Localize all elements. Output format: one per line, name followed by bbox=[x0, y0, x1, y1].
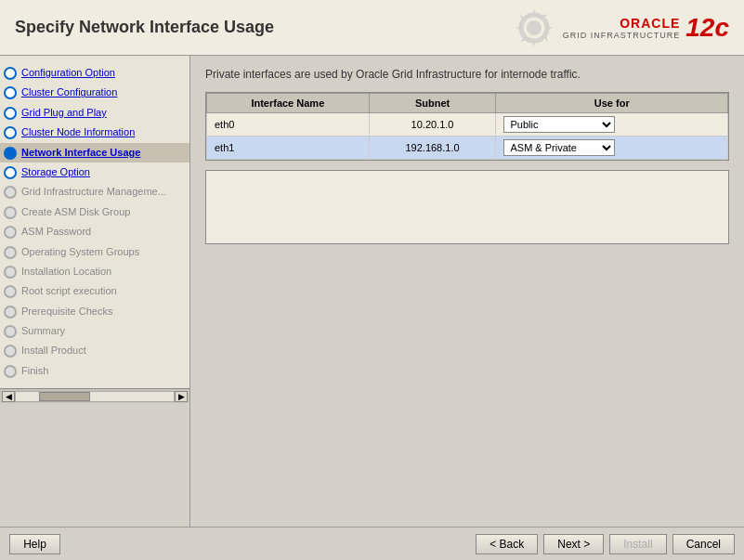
sidebar-bullet-cluster-node-info bbox=[4, 126, 17, 139]
subnet-cell: 10.20.1.0 bbox=[369, 112, 496, 136]
footer-left: Help bbox=[9, 534, 60, 554]
sidebar-label-install-product: Install Product bbox=[21, 344, 86, 358]
scroll-right-btn[interactable]: ▶ bbox=[175, 391, 188, 402]
sidebar-label-os-groups: Operating System Groups bbox=[21, 245, 139, 259]
sidebar-label-config-option: Configuration Option bbox=[21, 66, 115, 80]
sidebar-item-cluster-config[interactable]: Cluster Configuration bbox=[0, 83, 189, 102]
sidebar-item-os-groups: Operating System Groups bbox=[0, 242, 189, 262]
oracle-product: GRID INFRASTRUCTURE bbox=[563, 31, 681, 40]
next-button[interactable]: Next > bbox=[543, 534, 604, 554]
table-row[interactable]: eth1192.168.1.0PublicASM & PrivatePrivat… bbox=[207, 136, 728, 159]
sidebar-item-config-option[interactable]: Configuration Option bbox=[0, 63, 189, 83]
sidebar-bullet-install-location bbox=[4, 266, 17, 279]
sidebar-bullet-os-groups bbox=[4, 246, 17, 259]
table-header-subnet: Subnet bbox=[369, 93, 496, 112]
oracle-logo: ORACLE GRID INFRASTRUCTURE 12c bbox=[511, 5, 729, 51]
subnet-cell: 192.168.1.0 bbox=[369, 136, 496, 159]
sidebar-bullet-prereq-checks bbox=[4, 306, 17, 319]
footer-right: < Back Next > Install Cancel bbox=[476, 534, 735, 554]
sidebar-item-storage-option[interactable]: Storage Option bbox=[0, 163, 189, 182]
sidebar-label-install-location: Installation Location bbox=[21, 265, 111, 279]
sidebar-item-grid-plug-play[interactable]: Grid Plug and Play bbox=[0, 103, 189, 123]
sidebar-item-finish: Finish bbox=[0, 361, 189, 381]
sidebar-item-network-interface-usage[interactable]: Network Interface Usage bbox=[0, 143, 189, 163]
sidebar-item-grid-infra-mgmt: Grid Infrastructure Manageme... bbox=[0, 182, 189, 202]
scroll-left-btn[interactable]: ◀ bbox=[2, 391, 15, 402]
sidebar-label-cluster-node-info: Cluster Node Information bbox=[21, 125, 135, 139]
sidebar-item-create-asm-disk: Create ASM Disk Group bbox=[0, 202, 189, 222]
network-interface-table: Interface NameSubnetUse foreth010.20.1.0… bbox=[206, 93, 728, 160]
oracle-version: 12c bbox=[685, 13, 729, 43]
scroll-thumb[interactable] bbox=[39, 392, 90, 401]
oracle-brand: ORACLE bbox=[620, 16, 680, 31]
sidebar-bullet-grid-plug-play bbox=[4, 107, 17, 120]
sidebar-bullet-network-interface-usage bbox=[4, 147, 17, 160]
oracle-logo-text: ORACLE GRID INFRASTRUCTURE bbox=[563, 16, 681, 40]
sidebar-label-asm-password: ASM Password bbox=[21, 225, 91, 239]
sidebar-label-network-interface-usage: Network Interface Usage bbox=[21, 146, 140, 160]
sidebar-bullet-asm-password bbox=[4, 226, 17, 239]
use-for-cell[interactable]: PublicASM & PrivatePrivateDo Not Use bbox=[496, 112, 728, 136]
sidebar-label-grid-plug-play: Grid Plug and Play bbox=[21, 106, 107, 120]
page-title: Specify Network Interface Usage bbox=[15, 18, 274, 37]
sidebar-label-finish: Finish bbox=[21, 364, 48, 378]
sidebar-bullet-storage-option bbox=[4, 166, 17, 179]
sidebar-item-summary: Summary bbox=[0, 321, 189, 341]
table-header-interface-name: Interface Name bbox=[207, 93, 370, 112]
install-button[interactable]: Install bbox=[609, 534, 666, 554]
sidebar-item-install-location: Installation Location bbox=[0, 262, 189, 281]
table-header-use-for: Use for bbox=[496, 93, 728, 112]
help-button[interactable]: Help bbox=[9, 534, 60, 554]
sidebar-label-cluster-config: Cluster Configuration bbox=[21, 85, 117, 99]
scroll-track[interactable] bbox=[15, 391, 175, 402]
network-interface-table-container: Interface NameSubnetUse foreth010.20.1.0… bbox=[205, 92, 729, 161]
back-button[interactable]: < Back bbox=[476, 534, 538, 554]
sidebar-label-storage-option: Storage Option bbox=[21, 165, 90, 179]
sidebar-item-cluster-node-info[interactable]: Cluster Node Information bbox=[0, 123, 189, 142]
sidebar-item-prereq-checks: Prerequisite Checks bbox=[0, 302, 189, 321]
sidebar-label-grid-infra-mgmt: Grid Infrastructure Manageme... bbox=[21, 185, 166, 199]
sidebar-bullet-install-product bbox=[4, 345, 17, 358]
interface-name-cell: eth0 bbox=[207, 112, 370, 136]
sidebar-label-root-script: Root script execution bbox=[21, 284, 117, 298]
interface-name-cell: eth1 bbox=[207, 136, 370, 159]
content-area: Private interfaces are used by Oracle Gr… bbox=[190, 56, 744, 527]
footer: Help < Back Next > Install Cancel bbox=[0, 527, 744, 560]
sidebar-bullet-root-script bbox=[4, 285, 17, 298]
use-for-select[interactable]: PublicASM & PrivatePrivateDo Not Use bbox=[503, 139, 615, 156]
sidebar-bullet-create-asm-disk bbox=[4, 206, 17, 219]
sidebar-item-root-script: Root script execution bbox=[0, 281, 189, 301]
sidebar-label-prereq-checks: Prerequisite Checks bbox=[21, 305, 112, 319]
cancel-button[interactable]: Cancel bbox=[672, 534, 735, 554]
svg-point-0 bbox=[527, 20, 542, 35]
sidebar-bullet-grid-infra-mgmt bbox=[4, 186, 17, 199]
bottom-text-area bbox=[205, 170, 729, 244]
main-container: Configuration OptionCluster Configuratio… bbox=[0, 56, 744, 527]
sidebar-label-summary: Summary bbox=[21, 324, 65, 338]
app-header: Specify Network Interface Usage ORACLE G… bbox=[0, 0, 744, 56]
sidebar-item-asm-password: ASM Password bbox=[0, 222, 189, 241]
use-for-select[interactable]: PublicASM & PrivatePrivateDo Not Use bbox=[503, 116, 615, 133]
description-text: Private interfaces are used by Oracle Gr… bbox=[205, 67, 729, 83]
sidebar-label-create-asm-disk: Create ASM Disk Group bbox=[21, 205, 130, 219]
gear-icon bbox=[511, 5, 557, 51]
sidebar-bullet-cluster-config bbox=[4, 86, 17, 99]
sidebar-item-install-product: Install Product bbox=[0, 341, 189, 360]
sidebar: Configuration OptionCluster Configuratio… bbox=[0, 56, 190, 527]
sidebar-bullet-finish bbox=[4, 365, 17, 378]
use-for-cell[interactable]: PublicASM & PrivatePrivateDo Not Use bbox=[496, 136, 728, 159]
sidebar-bullet-config-option bbox=[4, 67, 17, 80]
table-row[interactable]: eth010.20.1.0PublicASM & PrivatePrivateD… bbox=[207, 112, 728, 136]
sidebar-bullet-summary bbox=[4, 325, 17, 338]
sidebar-nav: Configuration OptionCluster Configuratio… bbox=[0, 56, 190, 388]
sidebar-scrollbar[interactable]: ◀ ▶ bbox=[0, 388, 189, 403]
